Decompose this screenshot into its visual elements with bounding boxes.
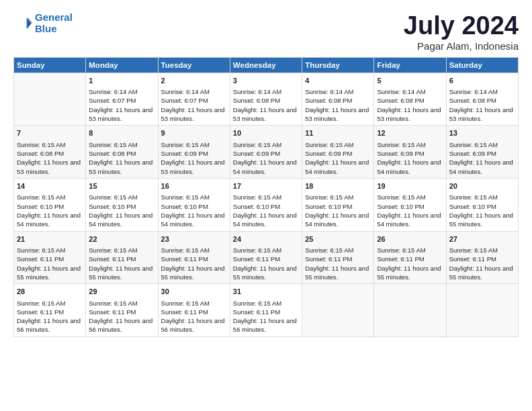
daylight: Daylight: 11 hours and 55 minutes. bbox=[233, 265, 297, 281]
calendar-cell: 3Sunrise: 6:14 AMSunset: 6:08 PMDaylight… bbox=[230, 73, 302, 126]
daylight: Daylight: 11 hours and 54 minutes. bbox=[17, 212, 81, 228]
daylight: Daylight: 11 hours and 53 minutes. bbox=[305, 106, 369, 122]
day-number: 5 bbox=[377, 76, 443, 86]
day-number: 21 bbox=[17, 234, 83, 244]
title-area: July 2024 Pagar Alam, Indonesia bbox=[404, 12, 519, 52]
day-number: 4 bbox=[305, 76, 371, 86]
sunrise: Sunrise: 6:14 AM bbox=[89, 88, 137, 95]
sunset: Sunset: 6:11 PM bbox=[233, 308, 280, 316]
sunset: Sunset: 6:08 PM bbox=[449, 97, 496, 104]
calendar-cell: 11Sunrise: 6:15 AMSunset: 6:09 PMDayligh… bbox=[302, 126, 374, 179]
header-cell-saturday: Saturday bbox=[446, 57, 518, 73]
calendar-cell: 4Sunrise: 6:14 AMSunset: 6:08 PMDaylight… bbox=[302, 73, 374, 126]
logo-line1: General bbox=[35, 11, 73, 23]
daylight: Daylight: 11 hours and 54 minutes. bbox=[305, 158, 369, 175]
sunrise: Sunrise: 6:15 AM bbox=[161, 300, 210, 307]
calendar-cell: 2Sunrise: 6:14 AMSunset: 6:07 PMDaylight… bbox=[158, 73, 230, 126]
day-number: 23 bbox=[161, 234, 227, 244]
header-cell-friday: Friday bbox=[374, 57, 446, 73]
day-number: 11 bbox=[305, 128, 371, 138]
page: General Blue July 2024 Pagar Alam, Indon… bbox=[0, 0, 532, 344]
sunset: Sunset: 6:10 PM bbox=[305, 203, 352, 210]
sunset: Sunset: 6:08 PM bbox=[233, 97, 280, 104]
day-number: 26 bbox=[377, 234, 443, 244]
day-number: 17 bbox=[233, 181, 299, 191]
daylight: Daylight: 11 hours and 53 minutes. bbox=[161, 158, 225, 175]
sunrise: Sunrise: 6:15 AM bbox=[305, 246, 353, 254]
day-number: 24 bbox=[233, 234, 299, 244]
daylight: Daylight: 11 hours and 55 minutes. bbox=[161, 265, 225, 281]
sunset: Sunset: 6:10 PM bbox=[161, 203, 208, 210]
day-number: 12 bbox=[377, 128, 443, 138]
calendar-cell: 7Sunrise: 6:15 AMSunset: 6:08 PMDaylight… bbox=[14, 126, 86, 179]
sunrise: Sunrise: 6:15 AM bbox=[233, 193, 281, 201]
sunset: Sunset: 6:09 PM bbox=[161, 150, 208, 157]
day-number: 2 bbox=[161, 76, 227, 86]
logo-icon bbox=[13, 14, 32, 33]
day-number: 25 bbox=[305, 234, 371, 244]
header-cell-tuesday: Tuesday bbox=[158, 57, 230, 73]
daylight: Daylight: 11 hours and 54 minutes. bbox=[377, 212, 441, 228]
day-number: 15 bbox=[89, 181, 154, 191]
logo: General Blue bbox=[13, 12, 73, 34]
calendar-cell bbox=[374, 284, 446, 337]
main-title: July 2024 bbox=[404, 12, 519, 40]
header: General Blue July 2024 Pagar Alam, Indon… bbox=[13, 12, 519, 52]
calendar-cell: 29Sunrise: 6:15 AMSunset: 6:11 PMDayligh… bbox=[86, 284, 158, 337]
day-number: 18 bbox=[305, 181, 371, 191]
daylight: Daylight: 11 hours and 54 minutes. bbox=[161, 212, 225, 228]
day-number: 9 bbox=[161, 128, 227, 138]
sunrise: Sunrise: 6:15 AM bbox=[305, 193, 353, 201]
daylight: Daylight: 11 hours and 54 minutes. bbox=[233, 158, 297, 175]
day-number: 27 bbox=[449, 234, 515, 244]
sunset: Sunset: 6:11 PM bbox=[377, 255, 424, 263]
header-cell-sunday: Sunday bbox=[14, 57, 86, 73]
calendar-cell: 9Sunrise: 6:15 AMSunset: 6:09 PMDaylight… bbox=[158, 126, 230, 179]
calendar-cell: 21Sunrise: 6:15 AMSunset: 6:11 PMDayligh… bbox=[14, 231, 86, 284]
calendar-cell: 23Sunrise: 6:15 AMSunset: 6:11 PMDayligh… bbox=[158, 231, 230, 284]
sunset: Sunset: 6:09 PM bbox=[305, 150, 352, 157]
header-cell-thursday: Thursday bbox=[302, 57, 374, 73]
svg-marker-1 bbox=[28, 17, 32, 28]
daylight: Daylight: 11 hours and 53 minutes. bbox=[89, 158, 152, 175]
day-number: 14 bbox=[17, 181, 83, 191]
sunrise: Sunrise: 6:15 AM bbox=[17, 141, 65, 148]
sunset: Sunset: 6:08 PM bbox=[305, 97, 352, 104]
sunset: Sunset: 6:09 PM bbox=[449, 150, 496, 157]
daylight: Daylight: 11 hours and 55 minutes. bbox=[377, 265, 441, 281]
day-number: 16 bbox=[161, 181, 227, 191]
calendar-cell: 22Sunrise: 6:15 AMSunset: 6:11 PMDayligh… bbox=[86, 231, 158, 284]
sunset: Sunset: 6:11 PM bbox=[89, 255, 136, 263]
sunrise: Sunrise: 6:15 AM bbox=[17, 193, 65, 201]
day-number: 31 bbox=[233, 287, 299, 297]
daylight: Daylight: 11 hours and 53 minutes. bbox=[377, 106, 441, 122]
sunrise: Sunrise: 6:15 AM bbox=[161, 141, 210, 148]
day-number: 20 bbox=[449, 181, 515, 191]
sunset: Sunset: 6:11 PM bbox=[161, 255, 208, 263]
calendar-week-3: 14Sunrise: 6:15 AMSunset: 6:10 PMDayligh… bbox=[14, 178, 519, 231]
calendar-cell: 18Sunrise: 6:15 AMSunset: 6:10 PMDayligh… bbox=[302, 178, 374, 231]
subtitle: Pagar Alam, Indonesia bbox=[404, 40, 519, 52]
header-cell-wednesday: Wednesday bbox=[230, 57, 302, 73]
calendar-cell: 12Sunrise: 6:15 AMSunset: 6:09 PMDayligh… bbox=[374, 126, 446, 179]
day-number: 19 bbox=[377, 181, 443, 191]
sunrise: Sunrise: 6:15 AM bbox=[449, 193, 498, 201]
calendar-cell bbox=[446, 284, 518, 337]
sunrise: Sunrise: 6:15 AM bbox=[89, 141, 137, 148]
calendar-cell: 28Sunrise: 6:15 AMSunset: 6:11 PMDayligh… bbox=[14, 284, 86, 337]
calendar-cell: 31Sunrise: 6:15 AMSunset: 6:11 PMDayligh… bbox=[230, 284, 302, 337]
calendar-cell bbox=[302, 284, 374, 337]
sunrise: Sunrise: 6:15 AM bbox=[17, 300, 65, 307]
calendar-cell: 20Sunrise: 6:15 AMSunset: 6:10 PMDayligh… bbox=[446, 178, 518, 231]
calendar-cell: 6Sunrise: 6:14 AMSunset: 6:08 PMDaylight… bbox=[446, 73, 518, 126]
day-number: 13 bbox=[449, 128, 515, 138]
sunrise: Sunrise: 6:15 AM bbox=[161, 193, 210, 201]
sunrise: Sunrise: 6:15 AM bbox=[377, 193, 425, 201]
sunrise: Sunrise: 6:15 AM bbox=[449, 246, 498, 254]
sunrise: Sunrise: 6:15 AM bbox=[377, 141, 425, 148]
calendar-header-row: SundayMondayTuesdayWednesdayThursdayFrid… bbox=[14, 57, 519, 73]
calendar-week-5: 28Sunrise: 6:15 AMSunset: 6:11 PMDayligh… bbox=[14, 284, 519, 337]
calendar-cell: 30Sunrise: 6:15 AMSunset: 6:11 PMDayligh… bbox=[158, 284, 230, 337]
calendar-cell: 16Sunrise: 6:15 AMSunset: 6:10 PMDayligh… bbox=[158, 178, 230, 231]
daylight: Daylight: 11 hours and 54 minutes. bbox=[449, 158, 513, 175]
